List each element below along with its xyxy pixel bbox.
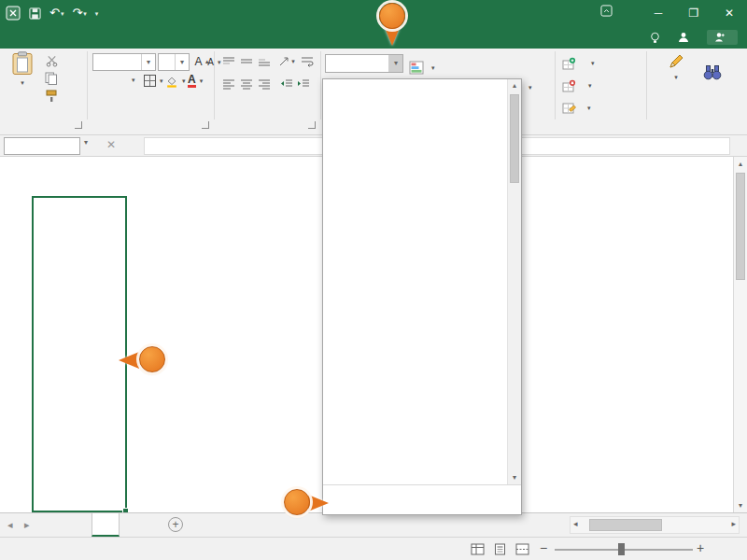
underline-menu-button[interactable]: ▾: [132, 77, 135, 84]
font-size-value: [159, 54, 175, 70]
restore-button[interactable]: ❐: [676, 0, 712, 26]
name-box-dropdown[interactable]: ▾: [84, 138, 88, 147]
sheet-nav-right-icon[interactable]: ▸: [24, 519, 30, 531]
delete-cells-icon: [562, 79, 576, 92]
align-bottom-button[interactable]: [256, 54, 273, 69]
insert-cells-icon: [562, 57, 576, 70]
scroll-down-icon[interactable]: ▾: [508, 471, 521, 484]
font-color-icon: A: [188, 75, 196, 88]
wrap-text-button[interactable]: [299, 54, 316, 69]
chevron-down-icon: ▾: [95, 10, 99, 17]
increase-indent-button[interactable]: [295, 77, 312, 91]
fill-color-button[interactable]: ▾: [165, 75, 186, 88]
align-top-button[interactable]: [220, 54, 237, 69]
page-break-icon: [515, 543, 529, 555]
align-left-button[interactable]: [220, 77, 237, 91]
font-name-combobox[interactable]: ▾: [92, 53, 156, 71]
name-box[interactable]: [4, 137, 80, 155]
alignment-dialog-launcher[interactable]: [308, 121, 316, 129]
borders-button[interactable]: ▾: [144, 75, 163, 87]
delete-cells-button[interactable]: ▾: [562, 79, 592, 92]
align-right-icon: [258, 78, 271, 90]
align-center-button[interactable]: [238, 77, 255, 91]
scroll-up-icon[interactable]: ▴: [734, 157, 747, 171]
font-size-combobox[interactable]: ▾: [158, 53, 190, 71]
minimize-button[interactable]: ─: [641, 0, 676, 26]
horizontal-scrollbar-thumb[interactable]: [589, 519, 662, 531]
menu-scrollbar-thumb[interactable]: [510, 94, 519, 183]
redo-button[interactable]: ↷▾: [72, 4, 86, 22]
normal-view-button[interactable]: [469, 542, 486, 555]
align-center-icon: [240, 78, 253, 90]
chevron-down-icon: ▾: [175, 54, 189, 70]
copy-icon: [45, 72, 58, 85]
group-separator: [87, 51, 88, 119]
callout-2-number: [379, 3, 405, 29]
format-painter-button[interactable]: [43, 89, 60, 104]
close-button[interactable]: ✕: [712, 0, 747, 26]
align-middle-button[interactable]: [238, 54, 255, 69]
chevron-down-icon: ▾: [388, 55, 402, 72]
copy-button[interactable]: [43, 71, 60, 86]
tell-me-box[interactable]: [650, 32, 665, 44]
chevron-down-icon: ▾: [61, 10, 64, 17]
text-orientation-icon: [278, 56, 291, 67]
align-bottom-icon: [258, 56, 271, 67]
tabbar-right: [650, 26, 747, 49]
scroll-up-icon[interactable]: ▴: [508, 79, 521, 92]
sheet-tab-ventas[interactable]: [92, 513, 120, 537]
account-user[interactable]: [678, 32, 694, 43]
find-select-button[interactable]: [700, 62, 725, 82]
decrease-font-button[interactable]: A▾: [204, 57, 221, 67]
number-format-combobox[interactable]: ▾: [325, 54, 403, 73]
scroll-down-icon[interactable]: ▾: [734, 498, 747, 512]
sheet-nav-left-icon[interactable]: ◂: [7, 519, 13, 531]
more-number-formats-item[interactable]: [323, 484, 521, 514]
ribbon-display-options-button[interactable]: [588, 0, 624, 26]
zoom-out-icon[interactable]: −: [540, 540, 547, 555]
excel-window: ↶▾ ↷▾ ▾ ─ ❐ ✕: [0, 0, 747, 560]
font-color-button[interactable]: A▾: [188, 75, 203, 88]
scroll-right-icon[interactable]: ▸: [731, 519, 736, 528]
scroll-left-icon[interactable]: ◂: [573, 519, 578, 528]
font-name-value: [93, 54, 141, 70]
share-button[interactable]: [707, 30, 738, 45]
page-break-view-button[interactable]: [514, 542, 530, 555]
conditional-formatting-button[interactable]: ▾: [409, 61, 435, 75]
clipboard-icon: [12, 51, 33, 76]
undo-button[interactable]: ↶▾: [49, 4, 63, 22]
page-layout-view-button[interactable]: [491, 542, 508, 555]
cut-button[interactable]: [43, 53, 60, 68]
scissors-icon: [46, 55, 58, 67]
page-layout-icon: [493, 543, 507, 555]
vertical-scrollbar-thumb[interactable]: [736, 173, 745, 280]
paste-button[interactable]: ▾: [6, 51, 39, 87]
format-as-table-button[interactable]: ▾: [525, 84, 532, 91]
orientation-button[interactable]: ▾: [278, 54, 295, 69]
zoom-in-icon[interactable]: +: [697, 540, 704, 555]
font-dialog-launcher[interactable]: [202, 121, 209, 129]
horizontal-scrollbar[interactable]: ◂ ▸: [570, 516, 740, 534]
new-sheet-button[interactable]: +: [168, 517, 183, 532]
vertical-scrollbar[interactable]: ▴ ▾: [733, 157, 747, 512]
clipboard-dialog-launcher[interactable]: [75, 121, 82, 129]
chevron-down-icon: ▾: [674, 74, 678, 81]
save-button[interactable]: [29, 7, 41, 20]
editing-group-button[interactable]: ▾: [652, 53, 700, 81]
selection-outline: [32, 196, 127, 512]
menu-scrollbar[interactable]: ▴ ▾: [507, 79, 521, 484]
format-painter-icon: [45, 90, 58, 103]
ribbon-tab-bar: [0, 26, 747, 49]
increase-indent-icon: [297, 78, 310, 90]
zoom-slider-thumb[interactable]: [618, 543, 625, 555]
align-left-icon: [222, 78, 235, 90]
cancel-icon[interactable]: ✕: [106, 138, 116, 151]
insert-cells-button[interactable]: ▾: [562, 57, 595, 70]
group-separator: [555, 51, 556, 119]
decrease-indent-button[interactable]: [278, 77, 295, 91]
align-right-button[interactable]: [256, 77, 273, 91]
customize-qat-button[interactable]: ▾: [95, 10, 99, 17]
format-cells-button[interactable]: ▾: [562, 102, 591, 115]
align-middle-icon: [240, 56, 253, 67]
chevron-down-icon: ▾: [529, 84, 532, 91]
